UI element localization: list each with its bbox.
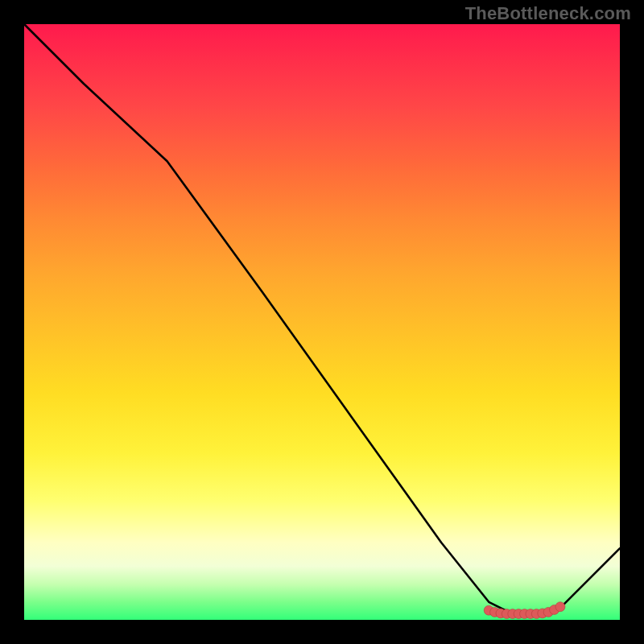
bottleneck-curve	[24, 24, 620, 614]
marker-dot	[555, 602, 565, 612]
optimal-region-markers	[484, 602, 565, 619]
chart-stage: TheBottleneck.com	[0, 0, 644, 644]
chart-overlay-svg	[24, 24, 620, 620]
watermark-text: TheBottleneck.com	[465, 3, 631, 24]
